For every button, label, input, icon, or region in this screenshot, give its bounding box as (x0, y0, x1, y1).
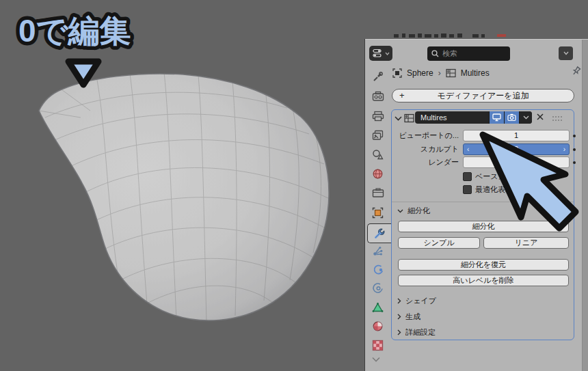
subdivision-section-header[interactable]: 細分化 (397, 206, 430, 216)
sculpt-levels-label: スカルプト (392, 143, 459, 155)
annotation: 0で編集 (18, 13, 131, 85)
tab-particles[interactable] (367, 242, 388, 260)
properties-sliders-icon (373, 49, 384, 58)
subdivide-button[interactable]: 細分化 (398, 221, 569, 232)
tab-world[interactable] (367, 165, 388, 183)
subdivide-linear-button[interactable]: リニア (483, 237, 569, 249)
chevron-down-icon (523, 115, 529, 120)
breadcrumb-modifier[interactable]: Multires (461, 68, 490, 78)
tab-view-layer[interactable] (367, 126, 388, 144)
panel-scrollbar[interactable] (582, 40, 588, 371)
annotation-text: 0で編集 (18, 13, 131, 49)
section-shape[interactable]: シェイプ (397, 296, 436, 306)
modifier-name-field[interactable]: Multires (415, 111, 532, 124)
modifier-extras-button[interactable] (519, 111, 532, 124)
chevron-down-icon (385, 52, 390, 55)
modifier-close-button[interactable] (536, 113, 544, 122)
plus-icon: + (399, 90, 405, 100)
modifier-header (395, 112, 414, 124)
sculpt-levels-field[interactable]: ‹ 0 › (463, 143, 570, 155)
multires-modifier-panel: Multires (391, 109, 574, 340)
tab-constraints[interactable] (367, 279, 388, 297)
search-icon (431, 50, 439, 57)
blender-window: 0で編集 検索 (0, 0, 588, 371)
breadcrumb: Sphere › Multires (392, 67, 490, 79)
chevron-right-icon (397, 314, 401, 320)
sculpt-levels-value: 0 (514, 145, 518, 153)
use-base-mesh-checkbox[interactable] (463, 172, 472, 181)
add-modifier-button[interactable]: + モディファイアーを追加 (392, 89, 574, 102)
section-generate-label: 生成 (405, 312, 420, 322)
viewport-levels-value: 1 (514, 131, 518, 139)
tab-texture[interactable] (367, 336, 388, 355)
sculpted-sphere-mesh[interactable] (39, 72, 329, 322)
optimal-display-label: 最適化表示 (475, 185, 513, 194)
section-advanced[interactable]: 詳細設定 (397, 327, 436, 338)
section-advanced-label: 詳細設定 (405, 327, 436, 338)
render-display-toggle[interactable] (504, 111, 519, 124)
subdivide-simple-button[interactable]: シンプル (398, 237, 480, 249)
viewport-display-toggle[interactable] (489, 111, 504, 124)
tab-scene[interactable] (367, 145, 388, 163)
cropped-text-sliver (394, 33, 506, 38)
chevron-down-icon (563, 51, 569, 55)
keyframe-dot[interactable] (573, 135, 576, 137)
red-mark (497, 34, 506, 37)
tab-material[interactable] (367, 317, 388, 335)
rail-scroll-chevron-icon[interactable] (372, 355, 380, 363)
multires-grid-icon (446, 68, 456, 78)
render-levels-value: 1 (514, 158, 518, 166)
multires-grid-icon (404, 113, 414, 123)
render-levels-label: レンダー (392, 156, 459, 168)
expand-chevron-icon[interactable] (395, 116, 402, 121)
slider-right-arrow-icon[interactable]: › (563, 144, 565, 154)
tab-output[interactable] (367, 107, 388, 125)
breadcrumb-separator: › (438, 68, 441, 78)
unsubdivide-button[interactable]: 細分化を復元 (398, 259, 569, 271)
viewport-levels-label: ビューポートの... (392, 130, 459, 141)
add-modifier-label: モディファイアーを追加 (437, 90, 529, 102)
section-separator (392, 202, 574, 202)
render-levels-field[interactable]: 1 (463, 156, 570, 168)
wrench-icon (373, 228, 386, 240)
tab-tool[interactable] (367, 68, 388, 86)
tab-object-data[interactable] (367, 298, 388, 316)
tab-physics[interactable] (367, 260, 388, 279)
search-input[interactable]: 検索 (427, 46, 510, 61)
keyframe-dot[interactable] (573, 148, 576, 151)
pin-icon[interactable] (572, 66, 582, 78)
slider-left-arrow-icon[interactable]: ‹ (467, 144, 469, 154)
camera-icon (507, 113, 516, 122)
optimal-display-checkbox[interactable] (463, 185, 472, 194)
tab-collection[interactable] (367, 184, 388, 202)
modifier-name[interactable]: Multires (415, 113, 489, 122)
keyframe-dot[interactable] (573, 161, 576, 164)
monitor-icon (492, 113, 501, 122)
editor-type-button[interactable] (369, 46, 392, 61)
close-icon (536, 113, 544, 121)
breadcrumb-object[interactable]: Sphere (407, 68, 433, 78)
use-base-mesh-label: ベースメッシュを (475, 172, 537, 181)
chevron-right-icon (397, 329, 401, 335)
chevron-down-icon (397, 209, 403, 213)
section-shape-label: シェイプ (405, 296, 436, 306)
section-generate[interactable]: 生成 (397, 312, 420, 322)
viewport-levels-field[interactable]: 1 (463, 130, 570, 141)
tab-render[interactable] (367, 87, 388, 105)
tab-object[interactable] (367, 204, 388, 222)
chevron-right-icon (397, 298, 401, 304)
object-brackets-icon (392, 68, 402, 78)
drag-handle-icon[interactable] (552, 115, 563, 123)
properties-panel: 検索 Sphere › Multires (365, 39, 588, 371)
search-placeholder: 検索 (442, 49, 457, 59)
panel-options-button[interactable] (559, 46, 573, 60)
tab-modifiers[interactable] (367, 223, 391, 243)
delete-higher-button[interactable]: 高いレベルを削除 (398, 275, 569, 286)
subdivision-section-title: 細分化 (407, 206, 430, 216)
